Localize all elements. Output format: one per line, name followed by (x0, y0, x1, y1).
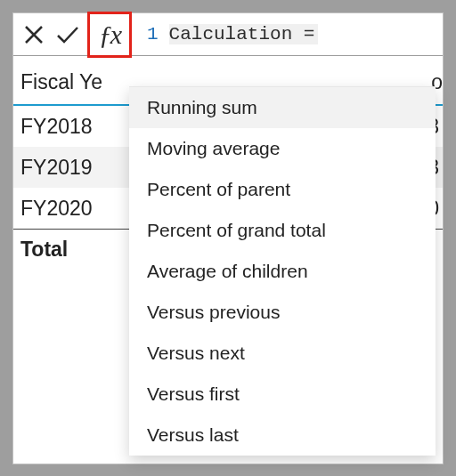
dropdown-item-label: Versus first (147, 383, 240, 405)
dropdown-item-label: Versus last (147, 424, 239, 446)
confirm-button[interactable] (51, 14, 85, 55)
dropdown-item-label: Versus next (147, 343, 245, 364)
formula-bar: ƒx 1 Calculation = (13, 13, 443, 56)
dropdown-item-label: Percent of parent (147, 179, 290, 200)
calculation-dropdown: Running sum Moving average Percent of pa… (129, 86, 436, 456)
dropdown-item-running-sum[interactable]: Running sum (129, 87, 436, 128)
total-label: Total (13, 238, 138, 262)
cancel-button[interactable] (17, 14, 51, 55)
dropdown-item-versus-first[interactable]: Versus first (129, 374, 436, 415)
line-number: 1 (147, 24, 159, 44)
dropdown-item-versus-next[interactable]: Versus next (129, 333, 436, 374)
dropdown-item-average-of-children[interactable]: Average of children (129, 251, 436, 292)
cell-label: FY2018 (13, 115, 138, 139)
x-icon (24, 25, 44, 44)
dropdown-item-versus-last[interactable]: Versus last (129, 415, 436, 456)
dropdown-item-label: Average of children (147, 261, 308, 282)
fx-button[interactable]: ƒx (91, 14, 128, 55)
check-icon (56, 25, 79, 44)
dropdown-item-label: Percent of grand total (147, 220, 326, 241)
dropdown-item-label: Versus previous (147, 302, 280, 323)
formula-input[interactable]: Calculation = (169, 24, 319, 44)
dropdown-item-percent-of-parent[interactable]: Percent of parent (129, 169, 436, 210)
fx-icon: ƒx (99, 20, 120, 50)
separator (87, 17, 88, 52)
cell-label: FY2020 (13, 197, 138, 221)
dropdown-item-versus-previous[interactable]: Versus previous (129, 292, 436, 333)
dropdown-item-label: Running sum (147, 97, 257, 118)
dropdown-item-label: Moving average (147, 138, 280, 159)
separator (131, 17, 132, 52)
dropdown-item-percent-of-grand-total[interactable]: Percent of grand total (129, 210, 436, 251)
app-window: ƒx 1 Calculation = Fiscal Ye o FY2018 8 … (12, 12, 444, 464)
dropdown-item-moving-average[interactable]: Moving average (129, 128, 436, 169)
cell-label: FY2019 (13, 156, 138, 180)
column-header-left[interactable]: Fiscal Ye (13, 70, 126, 94)
